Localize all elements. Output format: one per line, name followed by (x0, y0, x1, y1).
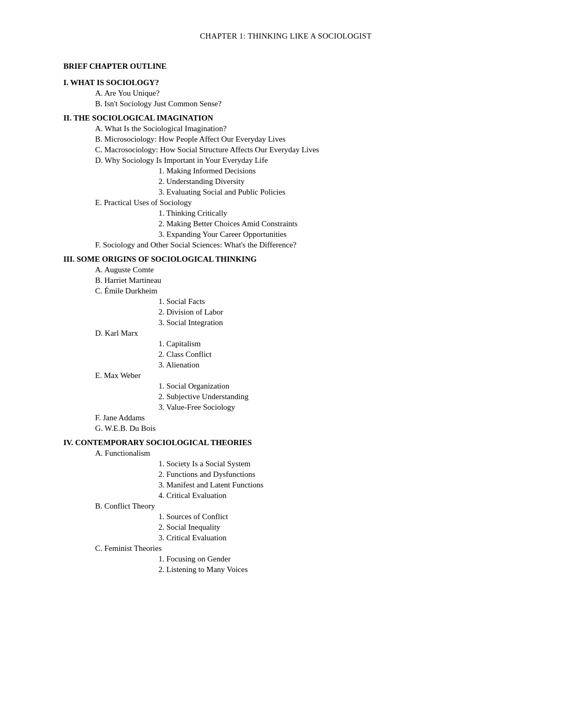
level2-item: D. Karl Marx (95, 329, 508, 338)
level4-item: 4. Critical Evaluation (158, 491, 508, 500)
level4-item: 3. Alienation (158, 361, 508, 370)
level4-item: 1. Social Facts (158, 297, 508, 306)
level1-item: III. SOME ORIGINS OF SOCIOLOGICAL THINKI… (63, 255, 508, 264)
level4-item: 1. Sources of Conflict (158, 512, 508, 521)
level2-item: E. Max Weber (95, 371, 508, 380)
level4-item: 2. Class Conflict (158, 350, 508, 359)
level1-item: I. WHAT IS SOCIOLOGY? (63, 78, 508, 87)
level2-item: C. Émile Durkheim (95, 287, 508, 296)
level4-item: 3. Value-Free Sociology (158, 403, 508, 412)
level2-item: C. Feminist Theories (95, 544, 508, 553)
level2-item: A. Are You Unique? (95, 89, 508, 98)
level2-item: F. Sociology and Other Social Sciences: … (95, 241, 508, 250)
level4-item: 1. Social Organization (158, 382, 508, 391)
level1-item: IV. CONTEMPORARY SOCIOLOGICAL THEORIES (63, 438, 508, 447)
level4-item: 2. Making Better Choices Amid Constraint… (158, 219, 508, 228)
level2-item: A. What Is the Sociological Imagination? (95, 124, 508, 133)
page-container: CHAPTER 1: THINKING LIKE A SOCIOLOGIST B… (63, 32, 508, 574)
level4-item: 3. Evaluating Social and Public Policies (158, 188, 508, 197)
section-roman-2: II. THE SOCIOLOGICAL IMAGINATION A. What… (63, 114, 508, 250)
level2-item: B. Microsociology: How People Affect Our… (95, 135, 508, 144)
level2-item: G. W.E.B. Du Bois (95, 424, 508, 433)
level2-item: B. Conflict Theory (95, 502, 508, 511)
level2-item: F. Jane Addams (95, 413, 508, 422)
section-roman-4: IV. CONTEMPORARY SOCIOLOGICAL THEORIES A… (63, 438, 508, 574)
level4-item: 3. Manifest and Latent Functions (158, 481, 508, 490)
level4-item: 1. Thinking Critically (158, 209, 508, 218)
level4-item: 1. Society Is a Social System (158, 459, 508, 468)
level4-item: 3. Critical Evaluation (158, 533, 508, 542)
level2-item: B. Harriet Martineau (95, 276, 508, 285)
level4-item: 3. Social Integration (158, 318, 508, 327)
level4-item: 3. Expanding Your Career Opportunities (158, 230, 508, 239)
level2-item: A. Auguste Comte (95, 265, 508, 274)
level2-item: E. Practical Uses of Sociology (95, 198, 508, 207)
chapter-title: CHAPTER 1: THINKING LIKE A SOCIOLOGIST (63, 32, 508, 41)
level4-item: 2. Listening to Many Voices (158, 565, 508, 574)
section-roman-1: I. WHAT IS SOCIOLOGY? A. Are You Unique?… (63, 78, 508, 108)
level4-item: 1. Capitalism (158, 339, 508, 348)
level1-item: II. THE SOCIOLOGICAL IMAGINATION (63, 114, 508, 123)
level4-item: 1. Focusing on Gender (158, 555, 508, 564)
outline-heading: BRIEF CHAPTER OUTLINE (63, 62, 508, 71)
level4-item: 2. Social Inequality (158, 523, 508, 532)
level4-item: 2. Division of Labor (158, 308, 508, 317)
section-roman-3: III. SOME ORIGINS OF SOCIOLOGICAL THINKI… (63, 255, 508, 433)
level2-item: C. Macrosociology: How Social Structure … (95, 145, 508, 154)
level2-item: B. Isn't Sociology Just Common Sense? (95, 99, 508, 108)
level2-item: A. Functionalism (95, 449, 508, 458)
level4-item: 1. Making Informed Decisions (158, 167, 508, 176)
level4-item: 2. Understanding Diversity (158, 177, 508, 186)
level4-item: 2. Functions and Dysfunctions (158, 470, 508, 479)
level4-item: 2. Subjective Understanding (158, 392, 508, 401)
level2-item: D. Why Sociology Is Important in Your Ev… (95, 156, 508, 165)
